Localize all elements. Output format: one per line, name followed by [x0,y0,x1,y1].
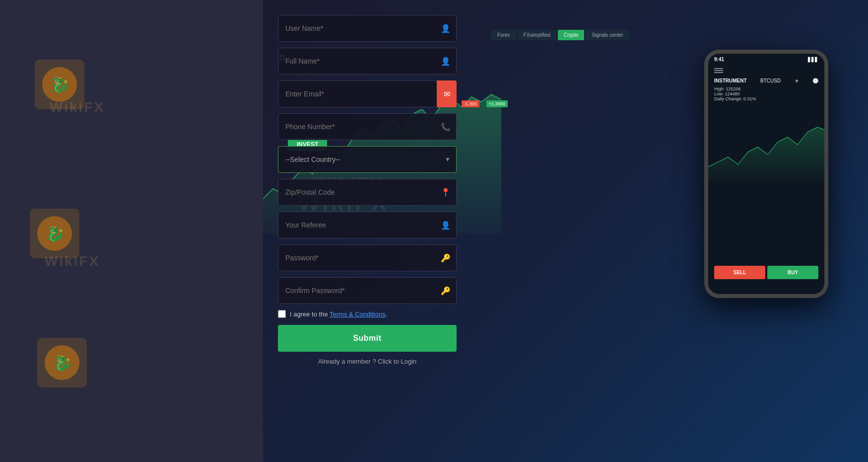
phone-sell-button[interactable]: SELL [714,266,765,279]
phone-price-info: High: 125206 Low: 124480 Daily Change: 0… [708,85,824,102]
left-wikifx-watermark: WikiFX [50,99,105,115]
submit-button[interactable]: Submit [278,325,457,352]
phone-field: 📞 [278,113,457,140]
wikifx-logo-3: 🐉 [37,338,87,387]
username-field: 👤 [278,15,457,42]
country-field: --Select Country-- United States United … [278,146,457,173]
zipcode-field: 📍 [278,179,457,206]
email-field: ✉ [278,80,457,107]
email-input[interactable] [278,80,457,107]
phone-screen: 9:41 ▋▋▋ INSTRUMENT BTCUSD ★ 🕐 High: 125… [704,50,828,298]
confirm-password-field: 🔑 [278,277,457,304]
password-field: 🔑 [278,244,457,271]
phone-mockup: 9:41 ▋▋▋ INSTRUMENT BTCUSD ★ 🕐 High: 125… [679,20,853,368]
tab-crypto[interactable]: Crypto [558,30,584,40]
phone-clock-icon[interactable]: 🕐 [812,78,818,83]
terms-row: I agree to the Terms & Conditions. [278,310,457,318]
referee-field: 👤 [278,212,457,238]
phone-instrument-row: INSTRUMENT BTCUSD ★ 🕐 [708,76,824,85]
phone-buy-button[interactable]: BUY [767,266,818,279]
confirm-password-input[interactable] [278,277,457,304]
password-input[interactable] [278,244,457,271]
fullname-field: 👤 [278,48,457,75]
phone-time: 9:41 [714,57,724,62]
phone-low: 124480 [725,91,740,96]
phone-star-icon[interactable]: ★ [795,78,799,83]
login-link[interactable]: Already a member ? Click to Login [278,358,457,365]
price-green-1: +1.3880 [486,100,508,107]
phone-signal: ▋▋▋ [808,57,818,62]
phone-high: 125206 [726,86,741,91]
zipcode-input[interactable] [278,179,457,206]
terms-link[interactable]: Terms & Conditions [330,310,386,318]
terms-checkbox[interactable] [278,310,286,318]
phone-daily-change: 0.31% [743,96,756,101]
left-wikifx-watermark-2: WikiFX [45,253,100,269]
username-input[interactable] [278,15,457,42]
tab-signals[interactable]: Signals center [586,30,629,40]
country-select[interactable]: --Select Country-- United States United … [278,146,457,173]
tab-fxsimplified[interactable]: FXsimplified [518,30,556,40]
email-icon: ✉ [437,80,457,107]
phone-instrument: BTCUSD [760,78,781,83]
forex-tabs: Forex FXsimplified Crypto Signals center [491,30,629,40]
phone-chart [708,107,824,182]
tab-forex[interactable]: Forex [491,30,516,40]
referee-input[interactable] [278,212,457,238]
terms-text: I agree to the Terms & Conditions. [290,310,387,318]
phone-status-bar: 9:41 ▋▋▋ [708,54,824,65]
registration-form: 👤 👤 ✉ 📞 --Select Country-- United States… [268,10,467,375]
phone-input[interactable] [278,113,457,140]
fullname-input[interactable] [278,48,457,75]
phone-menu-icon [708,65,824,76]
phone-trade-buttons: SELL BUY [714,266,818,279]
wikifx-logo-2: 🐉 [30,209,79,258]
